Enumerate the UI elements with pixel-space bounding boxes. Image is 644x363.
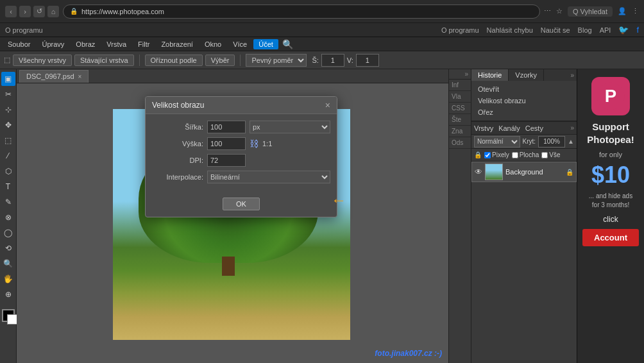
menu-ucet[interactable]: Účet xyxy=(253,39,278,49)
plocha-checkbox[interactable] xyxy=(512,152,518,158)
tab-vzorky[interactable]: Vzorky xyxy=(509,69,544,81)
search-text[interactable]: Q Vyhledat xyxy=(568,6,613,17)
top-links-right: O programu Nahlásit chybu Naučit se Blog… xyxy=(441,25,639,35)
top-link-api[interactable]: API xyxy=(600,26,611,34)
dpi-field[interactable] xyxy=(207,154,246,167)
info-vla: Vla xyxy=(449,91,471,103)
width-unit-select[interactable]: px xyxy=(250,121,330,133)
layers-panel: Vrstvy Kanály Cesty » Normální Kryt: ▲ 🔒 xyxy=(471,121,577,182)
vse-checkbox-label[interactable]: Vše xyxy=(541,151,560,158)
tool-eyedrop[interactable]: ⊕ xyxy=(1,287,15,301)
tab-kanaly[interactable]: Kanály xyxy=(498,124,520,132)
current-layer-btn[interactable]: Stávající vrstva xyxy=(74,55,134,66)
search-icon[interactable]: 🔍 xyxy=(282,39,293,49)
height-field[interactable] xyxy=(207,137,246,150)
menu-filtr[interactable]: Filtr xyxy=(133,39,155,49)
pixels-checkbox[interactable] xyxy=(484,152,491,158)
tool-select[interactable]: ▣ xyxy=(1,72,15,86)
ok-button[interactable]: OK xyxy=(223,198,260,210)
canvas-container: DSC_0967.psd × Velikost obrazu xyxy=(17,69,448,363)
width-input[interactable] xyxy=(321,54,344,67)
tab-cesty[interactable]: Cesty xyxy=(525,124,543,132)
nav-buttons: ‹ › ↺ ⌂ xyxy=(5,6,59,17)
tool-marquee[interactable]: ⬚ xyxy=(1,133,15,148)
watermark: foto.jinak007.cz :-) xyxy=(375,349,442,358)
tree-trunk xyxy=(222,257,235,276)
history-collapse[interactable]: » xyxy=(568,72,577,79)
app-body: ▣ ✂ ⊹ ✥ ⬚ ∕ ⬡ T ✎ ⊗ ◯ ⟲ 🔍 🖐 ⊕ DSC_0967.p… xyxy=(0,69,644,363)
nav-home-button[interactable]: ⌂ xyxy=(47,6,59,17)
history-item-otevrit[interactable]: Otevřít xyxy=(474,83,574,95)
foreground-color[interactable] xyxy=(2,309,15,322)
dialog-row-dpi: DPI: xyxy=(152,154,330,167)
tab-close[interactable]: × xyxy=(78,73,82,80)
color-selector[interactable] xyxy=(2,307,15,322)
app-header: O programu O programu Nahlásit chybu Nau… xyxy=(0,23,644,37)
history-item-orez[interactable]: Ořez xyxy=(474,106,574,118)
width-field-label: Šířka: xyxy=(152,123,203,131)
height-input[interactable] xyxy=(356,54,379,67)
all-layers-btn[interactable]: Všechny vrstvy xyxy=(13,55,72,66)
tool-clone[interactable]: ⊗ xyxy=(1,210,15,224)
tool-crop[interactable]: ⊹ xyxy=(1,103,15,117)
tool-move[interactable]: ✥ xyxy=(1,118,15,132)
dialog-title-bar[interactable]: Velikost obrazu × xyxy=(146,97,337,114)
canvas-area[interactable]: Velikost obrazu × Šířka: px Výška: xyxy=(17,83,448,363)
pixels-checkbox-label[interactable]: Pixely xyxy=(484,151,509,158)
width-field[interactable] xyxy=(207,121,246,133)
top-link-naucit[interactable]: Naučit se xyxy=(541,26,570,34)
address-bar[interactable]: 🔒 https://www.photopea.com xyxy=(63,4,540,19)
tool-hand[interactable]: 🖐 xyxy=(1,272,15,286)
menu-okno[interactable]: Okno xyxy=(199,39,226,49)
top-links-left: O programu xyxy=(5,26,43,34)
tool-shape[interactable]: ⬡ xyxy=(1,164,15,178)
tool-eraser[interactable]: ◯ xyxy=(1,226,15,240)
menu-zobrazeni[interactable]: Zobrazení xyxy=(156,39,198,49)
layers-header: Vrstvy Kanály Cesty » xyxy=(471,122,577,135)
tab-vrstvy[interactable]: Vrstvy xyxy=(474,124,493,132)
tool-zoom[interactable]: 🔍 xyxy=(1,257,15,271)
account-button[interactable]: Account xyxy=(582,229,639,246)
plocha-checkbox-label[interactable]: Plocha xyxy=(512,151,539,158)
menu-upravy[interactable]: Úpravy xyxy=(37,39,69,49)
dialog-velikost-obrazu: Velikost obrazu × Šířka: px Výška: xyxy=(145,96,337,217)
history-item-velikost[interactable]: Velikost obrazu xyxy=(474,95,574,106)
nav-back-button[interactable]: ‹ xyxy=(5,6,17,17)
top-link-1[interactable]: O programu xyxy=(5,26,43,34)
blend-mode-select[interactable]: Normální xyxy=(474,136,520,148)
nav-refresh-button[interactable]: ↺ xyxy=(33,6,45,17)
info-collapse[interactable]: » xyxy=(449,69,471,80)
tool-text[interactable]: T xyxy=(1,180,15,194)
tool-lasso[interactable]: ✂ xyxy=(1,87,15,101)
ad-click-text: click xyxy=(603,215,618,224)
lock-icon: 🔒 xyxy=(70,8,78,15)
nav-forward-button[interactable]: › xyxy=(19,6,31,17)
dialog-close-btn[interactable]: × xyxy=(325,101,330,110)
menu-vice[interactable]: Více xyxy=(228,39,252,49)
interpolation-select[interactable]: Bilineární xyxy=(207,171,330,183)
file-tab[interactable]: DSC_0967.psd × xyxy=(19,70,89,83)
tab-historie[interactable]: Historie xyxy=(471,69,509,81)
facebook-icon[interactable]: f xyxy=(636,25,639,35)
layers-collapse[interactable]: » xyxy=(570,124,574,131)
opacity-input[interactable] xyxy=(538,136,565,148)
tool-brush[interactable]: ✎ xyxy=(1,195,15,209)
tool-rotate[interactable]: ⟲ xyxy=(1,241,15,255)
toolbar: ⬚ Všechny vrstvy Stávající vrstva Ořízno… xyxy=(0,51,644,69)
menu-soubor[interactable]: Soubor xyxy=(3,39,35,49)
select-btn[interactable]: Výběr xyxy=(205,55,235,66)
top-link-blog[interactable]: Blog xyxy=(578,26,592,34)
top-link-nahlasit[interactable]: Nahlásit chybu xyxy=(487,26,533,34)
menu-obraz[interactable]: Obraz xyxy=(71,39,100,49)
ad-for-only-text: for only xyxy=(599,151,622,158)
vse-checkbox[interactable] xyxy=(541,152,548,158)
layer-row-background[interactable]: 👁 Background 🔒 xyxy=(471,162,577,182)
crop-btn[interactable]: Oříznout podle xyxy=(145,55,203,66)
menu-vrstva[interactable]: Vrstva xyxy=(101,39,131,49)
tool-pen[interactable]: ∕ xyxy=(1,149,15,163)
top-link-o-programu[interactable]: O programu xyxy=(441,26,479,34)
ratio-select[interactable]: Pevný poměr xyxy=(246,54,307,67)
layer-visibility-eye[interactable]: 👁 xyxy=(475,167,482,176)
link-proportions-icon[interactable]: ⛓ xyxy=(250,139,258,149)
twitter-icon[interactable]: 🐦 xyxy=(618,25,629,35)
